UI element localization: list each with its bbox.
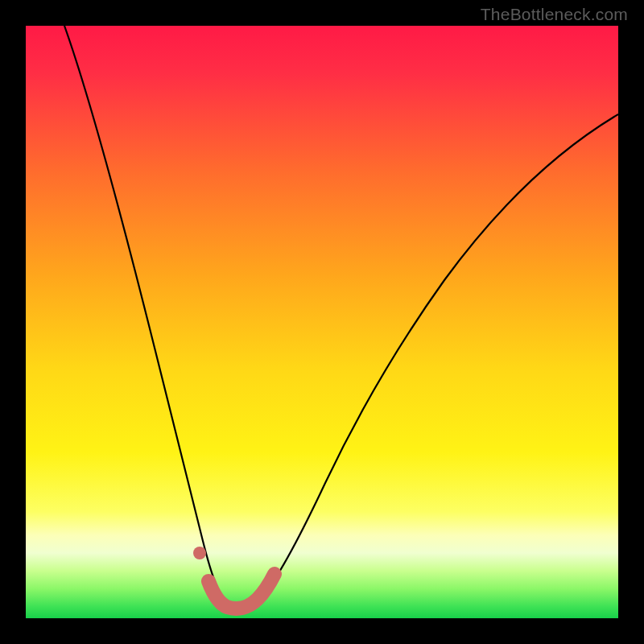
chart-svg (26, 26, 618, 618)
chart-frame: TheBottleneck.com (0, 0, 644, 644)
gradient-background (26, 26, 618, 618)
marker-dot-left (193, 547, 206, 559)
watermark-text: TheBottleneck.com (481, 5, 628, 24)
plot-area (26, 26, 618, 618)
